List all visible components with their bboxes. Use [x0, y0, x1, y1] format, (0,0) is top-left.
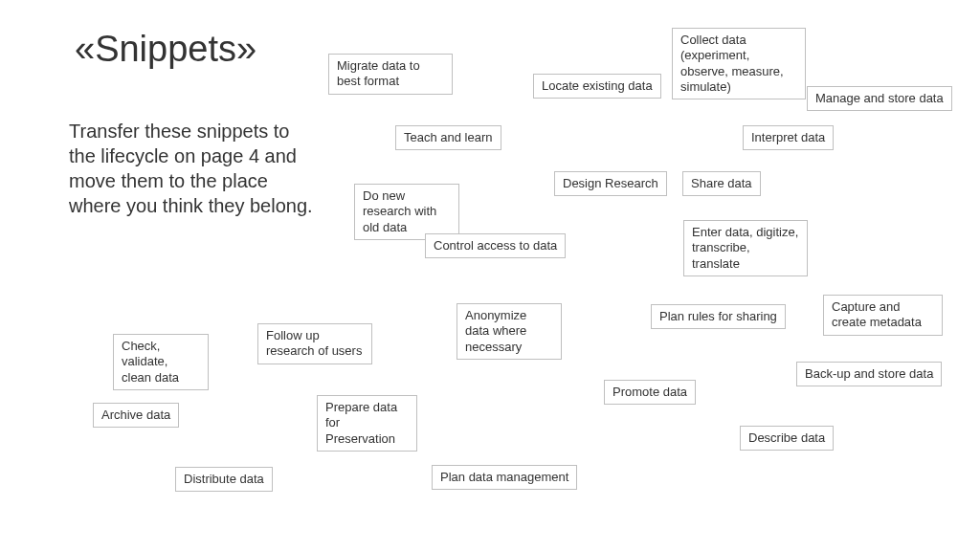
snippet-planrules[interactable]: Plan rules for sharing [651, 304, 786, 329]
snippet-design[interactable]: Design Research [554, 171, 667, 196]
snippet-prepare[interactable]: Prepare data for Preservation [317, 395, 417, 452]
snippet-describe[interactable]: Describe data [740, 426, 834, 451]
snippet-control[interactable]: Control access to data [425, 233, 566, 258]
page-title: «Snippets» [75, 29, 256, 70]
snippet-anonymize[interactable]: Anonymize data where necessary [457, 303, 562, 360]
snippet-migrate[interactable]: Migrate data to best format [328, 54, 453, 95]
snippet-manage[interactable]: Manage and store data [807, 86, 952, 111]
snippet-share[interactable]: Share data [682, 171, 761, 196]
snippet-interpret[interactable]: Interpret data [743, 125, 834, 150]
snippet-archive[interactable]: Archive data [93, 403, 179, 428]
snippet-teach[interactable]: Teach and learn [395, 125, 501, 150]
snippet-distribute[interactable]: Distribute data [175, 467, 273, 492]
snippet-planmgmt[interactable]: Plan data management [432, 465, 577, 490]
snippet-newresearch[interactable]: Do new research with old data [354, 184, 459, 240]
snippet-capture[interactable]: Capture and create metadata [823, 295, 943, 336]
snippet-promote[interactable]: Promote data [604, 380, 696, 405]
instructions-text: Transfer these snippets to the lifecycle… [69, 119, 318, 218]
snippet-check[interactable]: Check, validate, clean data [113, 334, 209, 390]
snippet-backup[interactable]: Back-up and store data [796, 362, 942, 386]
snippet-locate[interactable]: Locate existing data [533, 74, 661, 99]
snippet-followup[interactable]: Follow up research of users [257, 323, 372, 364]
snippet-collect[interactable]: Collect data (experiment, observe, measu… [672, 28, 806, 99]
snippet-enter[interactable]: Enter data, digitize, transcribe, transl… [683, 220, 808, 276]
